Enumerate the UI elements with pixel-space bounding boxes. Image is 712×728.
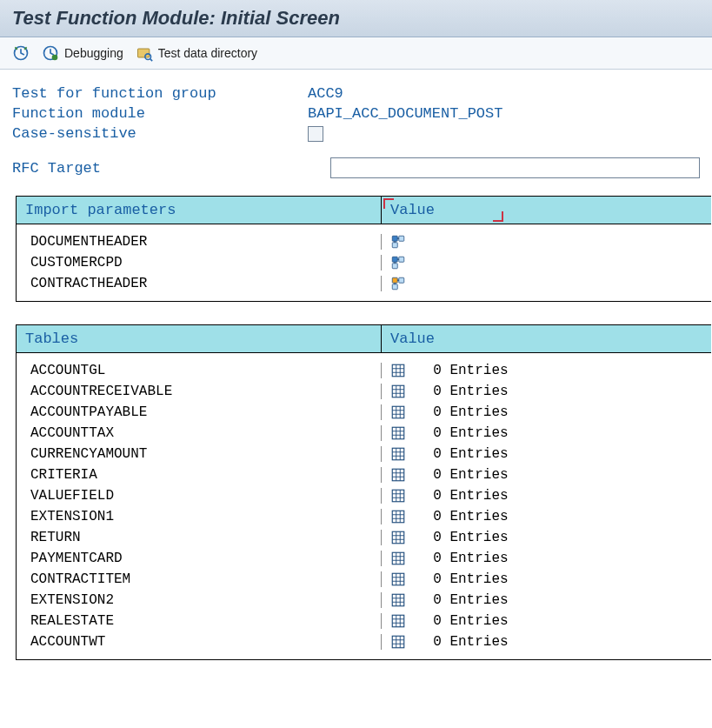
folder-search-icon (136, 44, 153, 62)
svg-rect-27 (392, 636, 404, 648)
function-group-label: Test for function group (12, 85, 308, 102)
table-name: ACCOUNTPAYABLE (17, 404, 382, 420)
svg-rect-22 (392, 531, 404, 544)
import-param-row: CONTRACTHEADER (17, 273, 711, 294)
debugging-button[interactable]: Debugging (42, 44, 123, 62)
table-icon[interactable] (390, 551, 406, 566)
svg-rect-24 (392, 573, 404, 585)
table-icon[interactable] (390, 634, 406, 650)
table-icon[interactable] (390, 592, 406, 608)
table-name: ACCOUNTRECEIVABLE (17, 384, 382, 399)
svg-rect-17 (392, 427, 404, 439)
table-row: ACCOUNTGL 0 Entries (17, 360, 711, 381)
toolbar: Debugging Test data directory (0, 37, 712, 70)
table-icon[interactable] (390, 509, 406, 524)
svg-rect-11 (392, 277, 397, 283)
table-row: ACCOUNTPAYABLE 0 Entries (17, 402, 711, 423)
svg-rect-10 (392, 264, 397, 269)
table-icon[interactable] (390, 384, 406, 399)
table-name: RETURN (17, 530, 382, 545)
svg-rect-23 (392, 552, 404, 564)
execute-button[interactable] (12, 44, 30, 62)
entries-count: 0 Entries (416, 551, 509, 566)
svg-rect-19 (392, 469, 404, 481)
title-bar: Test Function Module: Initial Screen (0, 0, 712, 37)
table-name: CURRENCYAMOUNT (17, 446, 382, 462)
svg-rect-25 (392, 594, 404, 606)
table-icon[interactable] (390, 467, 406, 483)
table-name: ACCOUNTWT (17, 634, 382, 650)
table-icon[interactable] (390, 446, 406, 462)
table-name: CONTRACTITEM (17, 571, 382, 587)
table-row: CONTRACTITEM 0 Entries (17, 569, 711, 590)
table-icon[interactable] (390, 613, 406, 629)
structure-icon[interactable] (390, 276, 406, 291)
svg-rect-15 (392, 385, 404, 397)
table-row: EXTENSION1 0 Entries (17, 506, 711, 527)
case-sensitive-checkbox[interactable] (308, 126, 323, 142)
clock-run-icon (12, 44, 30, 62)
entries-count: 0 Entries (416, 634, 509, 650)
table-icon[interactable] (390, 571, 406, 587)
svg-rect-20 (392, 490, 404, 502)
svg-rect-26 (392, 615, 404, 627)
entries-count: 0 Entries (416, 384, 509, 399)
svg-rect-18 (392, 448, 404, 460)
entries-count: 0 Entries (416, 509, 509, 524)
table-icon[interactable] (390, 530, 406, 545)
entries-count: 0 Entries (416, 404, 509, 420)
table-row: PAYMENTCARD 0 Entries (17, 548, 711, 569)
import-param-row: DOCUMENTHEADER (17, 231, 711, 252)
entries-count: 0 Entries (416, 467, 509, 483)
table-name: CRITERIA (17, 467, 382, 483)
header-info: Test for function group ACC9 Function mo… (0, 70, 712, 184)
structure-icon[interactable] (390, 255, 406, 270)
debugging-label: Debugging (64, 46, 123, 60)
structure-icon[interactable] (390, 234, 406, 250)
table-row: RETURN 0 Entries (17, 527, 711, 548)
case-sensitive-label: Case-sensitive (12, 125, 308, 142)
clock-debug-icon (42, 44, 59, 62)
entries-count: 0 Entries (416, 592, 509, 608)
svg-rect-21 (392, 511, 404, 523)
svg-rect-14 (392, 364, 404, 377)
table-row: VALUEFIELD 0 Entries (17, 485, 711, 506)
svg-rect-7 (392, 243, 397, 248)
table-name: ACCOUNTTAX (17, 425, 382, 441)
entries-count: 0 Entries (416, 613, 509, 629)
entries-count: 0 Entries (416, 530, 509, 545)
test-data-button[interactable]: Test data directory (136, 44, 257, 62)
import-param-row: CUSTOMERCPD (17, 252, 711, 273)
param-name: CUSTOMERCPD (17, 255, 382, 270)
svg-rect-12 (399, 277, 404, 283)
table-row: EXTENSION2 0 Entries (17, 590, 711, 611)
table-name: EXTENSION1 (17, 509, 382, 524)
function-module-value: BAPI_ACC_DOCUMENT_POST (308, 105, 502, 122)
entries-count: 0 Entries (416, 425, 509, 441)
rfc-target-label: RFC Target (12, 160, 296, 177)
import-value-header: Value (382, 197, 711, 224)
param-name: DOCUMENTHEADER (17, 234, 382, 250)
entries-count: 0 Entries (416, 446, 509, 462)
function-group-value: ACC9 (308, 85, 343, 102)
rfc-target-input[interactable] (330, 157, 700, 178)
svg-rect-16 (392, 406, 404, 418)
tables-header: Tables (17, 325, 382, 352)
table-icon[interactable] (390, 488, 406, 504)
svg-rect-3 (137, 49, 149, 57)
entries-count: 0 Entries (416, 363, 509, 378)
param-name: CONTRACTHEADER (17, 276, 382, 291)
entries-count: 0 Entries (416, 488, 509, 504)
table-row: CURRENCYAMOUNT 0 Entries (17, 444, 711, 464)
test-data-label: Test data directory (158, 46, 257, 60)
table-name: PAYMENTCARD (17, 551, 382, 566)
table-icon[interactable] (390, 363, 406, 378)
import-params-header: Import parameters (17, 197, 382, 224)
table-name: VALUEFIELD (17, 488, 382, 504)
table-icon[interactable] (390, 425, 406, 441)
svg-rect-13 (392, 284, 397, 290)
table-icon[interactable] (390, 404, 406, 420)
import-parameters-section: Import parameters Value DOCUMENTHEADERCU… (16, 196, 711, 302)
table-row: ACCOUNTWT 0 Entries (17, 631, 711, 652)
page-title: Test Function Module: Initial Screen (12, 7, 700, 30)
